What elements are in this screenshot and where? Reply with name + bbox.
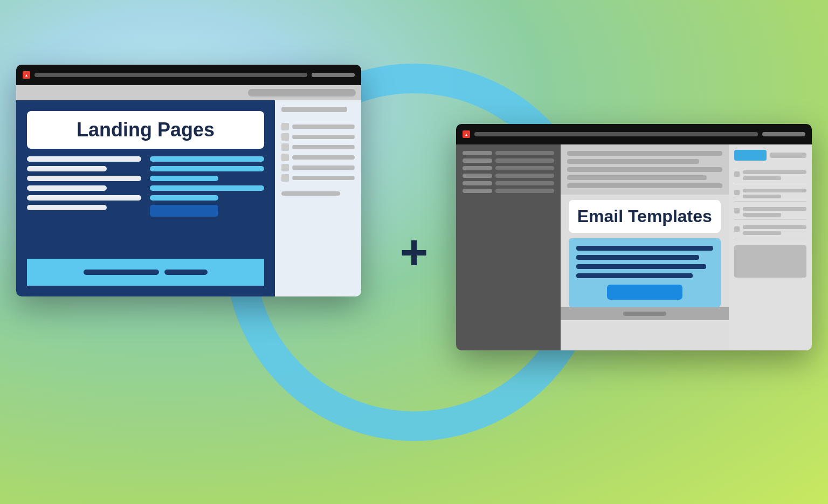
right-titlebar-bar2: [762, 132, 805, 136]
rs-item-line-2b: [743, 195, 781, 198]
right-center-panel: Email Templates: [561, 144, 729, 350]
dark-value-2: [495, 158, 554, 163]
email-dark-line-3: [576, 264, 706, 269]
dark-value-6: [495, 189, 554, 193]
rs-top-row: [734, 150, 806, 161]
dark-row-2: [463, 158, 554, 163]
sidebar-label-3: [292, 145, 355, 149]
left-url-bar: [248, 89, 356, 96]
rs-item-line-3a: [743, 207, 806, 211]
sidebar-row-2: [281, 133, 355, 141]
sidebar-header: [281, 107, 347, 112]
blue-line-5: [150, 195, 218, 201]
landing-pages-title: Landing Pages: [77, 119, 215, 141]
sidebar-row-3: [281, 143, 355, 151]
email-main-area: Email Templates: [561, 195, 729, 350]
sidebar-checkbox-5: [281, 164, 289, 171]
content-line-5: [27, 195, 141, 201]
header-line-5: [567, 183, 722, 188]
sidebar-footer-line: [281, 191, 340, 196]
rs-item-lines-3: [743, 207, 806, 217]
sidebar-checkbox-4: [281, 154, 289, 161]
rs-item-lines-2: [743, 189, 806, 198]
sidebar-row-5: [281, 164, 355, 171]
left-titlebar: [16, 65, 361, 85]
left-main-panel: Landing Pages: [16, 100, 275, 296]
rs-item-icon-2: [734, 190, 740, 195]
dark-row-6: [463, 189, 554, 193]
dark-value-4: [495, 174, 554, 178]
rs-bottom-block: [734, 245, 806, 278]
rs-item-lines-4: [743, 225, 806, 235]
right-dark-panel: [456, 144, 561, 350]
sidebar-checkbox-1: [281, 123, 289, 130]
left-sidebar: [275, 100, 361, 296]
rs-list-item-2: [734, 186, 806, 202]
rs-item-line-4b: [743, 231, 781, 235]
rs-item-lines-1: [743, 170, 806, 180]
right-sidebar: [729, 144, 812, 350]
rs-list-item-3: [734, 204, 806, 220]
sidebar-row-6: [281, 174, 355, 182]
left-cta-button: [150, 205, 218, 217]
header-line-4: [567, 175, 707, 180]
content-line-3: [27, 176, 141, 181]
blue-line-1: [150, 156, 264, 162]
background: + Landing Pages: [0, 0, 828, 504]
header-line-2: [567, 159, 699, 164]
rs-item-line-3b: [743, 213, 781, 217]
left-content-area: Landing Pages: [16, 100, 361, 296]
header-line-3: [567, 167, 722, 172]
sidebar-label-6: [292, 176, 355, 180]
dark-value-1: [495, 151, 554, 155]
email-dark-line-2: [576, 255, 700, 260]
dark-row-1: [463, 151, 554, 155]
landing-pages-mockup: Landing Pages: [16, 65, 361, 296]
sidebar-section-1: [281, 123, 355, 182]
dark-row-5: [463, 181, 554, 185]
dark-row-4: [463, 174, 554, 178]
content-line-1: [27, 156, 141, 162]
header-line-1: [567, 151, 722, 156]
dark-label-1: [463, 151, 492, 155]
email-footer: [561, 307, 729, 320]
dark-value-5: [495, 181, 554, 185]
sidebar-checkbox-3: [281, 143, 289, 151]
sidebar-row-4: [281, 154, 355, 161]
sidebar-label-2: [292, 135, 355, 139]
plus-sign: +: [400, 228, 429, 277]
sidebar-label-1: [292, 125, 355, 129]
rs-item-line-4a: [743, 225, 806, 229]
dark-value-3: [495, 166, 554, 170]
email-footer-bar: [623, 312, 666, 316]
blue-line-2: [150, 166, 264, 171]
right-app-icon: [463, 130, 470, 138]
dark-label-3: [463, 166, 492, 170]
rs-item-line-1a: [743, 170, 806, 174]
left-titlebar-bar: [34, 73, 307, 77]
email-dark-line-1: [576, 246, 713, 251]
email-dark-line-4: [576, 273, 693, 278]
email-cta-button: [607, 285, 682, 300]
rs-item-line-2a: [743, 189, 806, 192]
sidebar-checkbox-2: [281, 133, 289, 141]
email-title-box: Email Templates: [569, 200, 721, 233]
email-blue-section: [569, 238, 721, 307]
rs-item-icon-3: [734, 208, 740, 213]
right-header-area: [561, 144, 729, 195]
landing-title-box: Landing Pages: [27, 111, 264, 149]
dark-label-5: [463, 181, 492, 185]
rs-list-item-4: [734, 223, 806, 238]
left-app-icon: [23, 71, 30, 79]
left-col-1: [27, 156, 141, 251]
email-templates-mockup: Email Templates: [456, 124, 812, 350]
sidebar-checkbox-6: [281, 174, 289, 182]
content-line-4: [27, 185, 107, 191]
rs-action-button: [734, 150, 767, 161]
rs-item-icon-4: [734, 226, 740, 232]
footer-line-1: [84, 270, 159, 275]
dark-label-4: [463, 174, 492, 178]
dark-row-3: [463, 166, 554, 170]
right-titlebar-bar: [474, 132, 758, 136]
left-footer: [27, 259, 264, 286]
